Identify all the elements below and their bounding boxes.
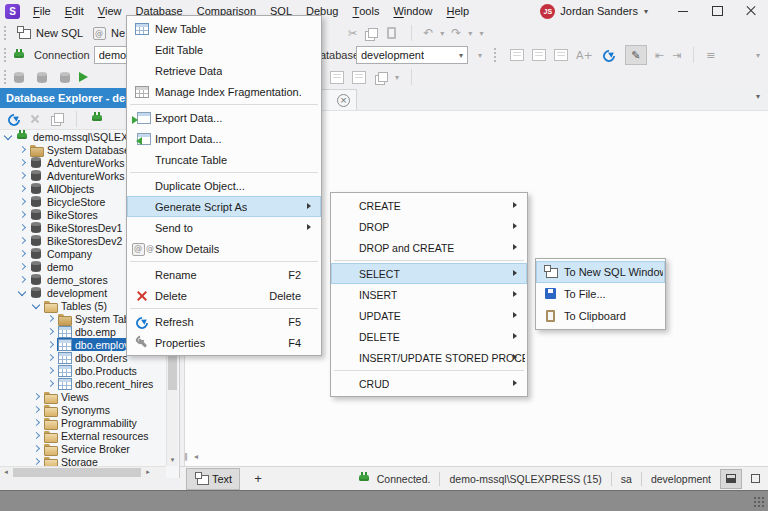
chevron-icon[interactable] xyxy=(18,197,27,206)
menubar-item[interactable]: Edit xyxy=(58,0,91,22)
close-button[interactable] xyxy=(734,0,768,22)
scroll-down-icon[interactable]: ▾ xyxy=(167,454,178,466)
windows-icon[interactable] xyxy=(374,71,387,84)
chevron-icon[interactable] xyxy=(18,184,27,193)
submenu-item[interactable]: SELECT xyxy=(331,263,527,284)
toolbar-button-partial[interactable]: Ne xyxy=(87,23,129,43)
context-menu-item[interactable]: Generate Script As xyxy=(127,196,321,217)
redo-icon[interactable]: ↷ xyxy=(451,26,461,40)
maximize-button[interactable] xyxy=(700,0,734,22)
scroll-left-icon[interactable]: ◂ xyxy=(0,467,12,478)
chevron-icon[interactable] xyxy=(18,223,27,232)
format-document-icon[interactable] xyxy=(554,49,568,61)
scroll-right-icon[interactable]: ▸ xyxy=(142,467,154,478)
align-icon[interactable]: ≡ xyxy=(706,49,715,62)
submenu-item[interactable] xyxy=(334,260,524,261)
indent-icon[interactable]: ⇥ xyxy=(672,49,681,62)
submenu-item[interactable]: To New SQL Window xyxy=(536,261,665,283)
context-menu-item[interactable] xyxy=(130,308,318,309)
submenu-item[interactable]: CREATE xyxy=(331,195,527,216)
context-menu-item[interactable] xyxy=(130,104,318,105)
change-case-icon[interactable]: A+ xyxy=(576,49,593,62)
chevron-icon[interactable] xyxy=(18,288,27,297)
add-view-button[interactable]: + xyxy=(254,471,262,486)
context-menu-item[interactable]: Edit Table xyxy=(127,39,321,60)
more-caret-icon[interactable]: ▾ xyxy=(395,73,399,82)
database-task-icon[interactable] xyxy=(35,71,50,84)
cut-icon[interactable]: ✂ xyxy=(348,27,357,40)
chevron-icon[interactable] xyxy=(18,249,27,258)
tree-item[interactable]: External resources xyxy=(0,429,166,442)
menubar-item[interactable]: Tools xyxy=(345,0,386,22)
chevron-icon[interactable] xyxy=(18,262,27,271)
context-menu-item[interactable]: Retrieve Data xyxy=(127,60,321,81)
submenu-item[interactable]: DROP xyxy=(331,216,527,237)
context-menu-item[interactable] xyxy=(130,261,318,262)
submenu-item[interactable]: To File... xyxy=(536,283,665,305)
submenu-item[interactable] xyxy=(334,370,524,371)
context-menu-item[interactable]: Export Data... xyxy=(127,107,321,128)
toolbar-grip[interactable] xyxy=(493,47,498,63)
chevron-icon[interactable] xyxy=(18,275,27,284)
chevron-icon[interactable] xyxy=(46,314,55,323)
layout-toggle-button[interactable] xyxy=(720,469,742,489)
chevron-icon[interactable] xyxy=(32,392,41,401)
refresh-icon[interactable] xyxy=(6,112,20,126)
menubar-item[interactable]: View xyxy=(91,0,129,22)
tab-close-icon[interactable]: × xyxy=(337,94,350,107)
submenu-item[interactable]: CRUD xyxy=(331,373,527,394)
context-menu-item[interactable]: Refresh F5 xyxy=(127,311,321,332)
chevron-icon[interactable] xyxy=(32,457,41,466)
context-menu-item[interactable]: Rename F2 xyxy=(127,264,321,285)
chevron-icon[interactable] xyxy=(18,236,27,245)
chevron-icon[interactable] xyxy=(46,366,55,375)
context-menu-item[interactable]: New Table xyxy=(127,18,321,39)
chevron-icon[interactable] xyxy=(32,405,41,414)
chevron-icon[interactable] xyxy=(46,327,55,336)
user-avatar[interactable]: JS xyxy=(540,4,555,19)
redo-caret-icon[interactable]: ▾ xyxy=(468,29,472,38)
layout-full-button[interactable] xyxy=(744,469,766,489)
tree-item[interactable]: Service Broker xyxy=(0,442,166,455)
chevron-icon[interactable] xyxy=(4,132,13,141)
menubar-item[interactable]: File xyxy=(26,0,58,22)
splitter-controls[interactable]: ∥ ◂ xyxy=(184,452,198,461)
refresh-icon[interactable] xyxy=(601,48,617,62)
more-caret-icon[interactable]: ▾ xyxy=(479,29,483,38)
minimize-button[interactable] xyxy=(666,0,700,22)
context-menu-item[interactable]: Delete Delete xyxy=(127,285,321,306)
sql-formatter-button[interactable]: ✎ xyxy=(625,45,647,65)
layout-icon[interactable] xyxy=(330,71,344,84)
execute-icon[interactable] xyxy=(79,72,93,82)
database-task-icon[interactable] xyxy=(58,71,73,84)
user-menu-caret-icon[interactable]: ▾ xyxy=(644,7,648,16)
chevron-icon[interactable] xyxy=(32,418,41,427)
tree-item[interactable]: dbo.Products xyxy=(0,364,166,377)
toolbar-grip[interactable] xyxy=(3,69,8,85)
database-combobox[interactable]: development ▾ xyxy=(356,46,468,64)
format-selection-icon[interactable] xyxy=(532,49,546,61)
paste-icon[interactable] xyxy=(384,26,400,40)
submenu-item[interactable]: DROP and CREATE xyxy=(331,237,527,258)
delete-icon[interactable] xyxy=(29,113,41,125)
add-image-icon[interactable] xyxy=(352,71,366,84)
context-menu-item[interactable]: Show Details xyxy=(127,238,321,259)
tree-item[interactable]: dbo.recent_hires xyxy=(0,377,166,390)
new-connection-icon[interactable] xyxy=(90,112,105,125)
context-menu-item[interactable]: Import Data... xyxy=(127,128,321,149)
context-menu-item[interactable]: Properties F4 xyxy=(127,332,321,353)
outdent-icon[interactable]: ⇤ xyxy=(655,49,664,62)
chevron-icon[interactable] xyxy=(32,301,41,310)
tree-item[interactable]: Storage xyxy=(0,455,166,466)
resize-grip-icon[interactable] xyxy=(753,496,765,508)
tree-horizontal-scrollbar[interactable]: ◂ ▸ xyxy=(0,466,166,478)
chevron-icon[interactable] xyxy=(18,158,27,167)
context-menu-item[interactable] xyxy=(130,172,318,173)
toolbar-grip[interactable] xyxy=(3,25,8,41)
chevron-icon[interactable] xyxy=(18,210,27,219)
context-menu-item[interactable]: Manage Index Fragmentation... xyxy=(127,81,321,102)
chevron-icon[interactable] xyxy=(46,353,55,362)
submenu-item[interactable]: DELETE xyxy=(331,326,527,347)
submenu-item[interactable]: To Clipboard xyxy=(536,305,665,327)
duplicate-icon[interactable] xyxy=(50,112,63,125)
